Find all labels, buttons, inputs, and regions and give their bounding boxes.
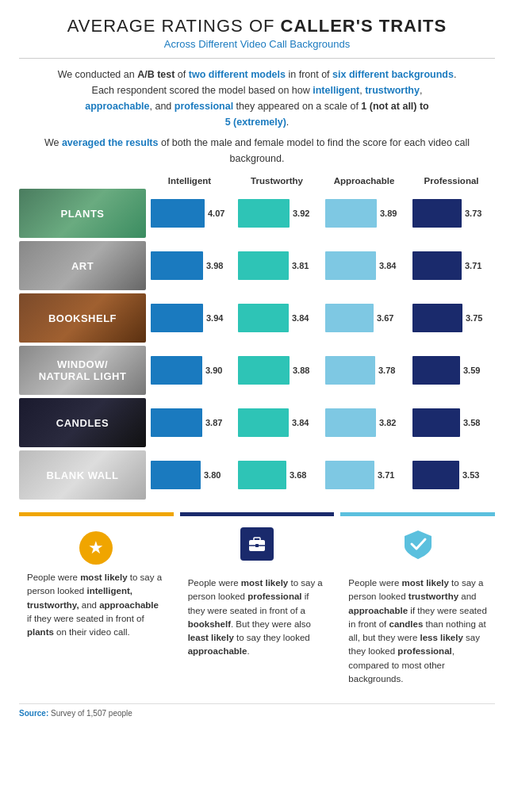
bar-value-professional-0: 3.73 <box>465 209 481 218</box>
bar-approachable-1 <box>325 251 376 280</box>
bar-approachable-3 <box>325 356 375 385</box>
svg-rect-3 <box>255 544 259 547</box>
card-candles: People were most likely to say a person … <box>340 512 495 695</box>
bar-group-trustworthy-5: 3.68 <box>233 450 320 500</box>
chart-section: Intelligent Trustworthy Approachable Pro… <box>19 176 495 500</box>
bar-trustworthy-1 <box>238 251 289 280</box>
bar-value-professional-4: 3.58 <box>463 418 480 427</box>
bar-professional-0 <box>412 199 462 228</box>
bar-group-approachable-5: 3.71 <box>320 450 408 500</box>
briefcase-icon <box>188 527 327 570</box>
chart-rows: PLANTS4.073.923.893.73ART3.983.813.843.7… <box>19 189 495 500</box>
bars-section-2: 3.943.843.673.75 <box>146 293 495 343</box>
bar-group-professional-5: 3.53 <box>408 450 495 500</box>
chart-row-bookshelf: BOOKSHELF3.943.843.673.75 <box>19 293 495 343</box>
bar-value-trustworthy-2: 3.84 <box>292 313 309 323</box>
bar-value-trustworthy-1: 3.81 <box>292 261 309 270</box>
chart-row-window-natural-light: WINDOW/ NATURAL LIGHT3.903.883.783.59 <box>19 346 495 395</box>
row-label-text-5: BLANK WALL <box>19 450 146 500</box>
header-approachable: Approachable <box>320 176 408 186</box>
bar-group-intelligent-0: 4.07 <box>146 189 233 238</box>
bar-value-approachable-0: 3.89 <box>380 209 397 218</box>
bar-group-approachable-1: 3.84 <box>320 241 408 290</box>
bar-trustworthy-4 <box>238 408 289 437</box>
bar-group-professional-4: 3.58 <box>408 398 495 447</box>
bar-group-intelligent-3: 3.90 <box>146 346 233 395</box>
bar-value-intelligent-0: 4.07 <box>208 209 224 218</box>
source-line: Source: Survey of 1,507 people <box>19 703 495 718</box>
bar-group-trustworthy-4: 3.84 <box>233 398 320 447</box>
row-label-text-4: CANDLES <box>19 398 146 447</box>
bars-section-0: 4.073.923.893.73 <box>146 189 495 238</box>
bar-value-intelligent-2: 3.94 <box>206 313 223 323</box>
bar-group-professional-0: 3.73 <box>408 189 495 238</box>
bar-value-professional-1: 3.71 <box>465 261 481 270</box>
row-label-text-0: PLANTS <box>19 189 146 238</box>
star-icon: ★ <box>27 527 166 565</box>
card-bookshelf: People were most likely to say a person … <box>180 512 335 695</box>
row-label-1: ART <box>19 241 146 290</box>
row-label-3: WINDOW/ NATURAL LIGHT <box>19 346 146 395</box>
bar-value-approachable-5: 3.71 <box>378 470 394 480</box>
bar-intelligent-1 <box>151 251 203 280</box>
bar-value-approachable-3: 3.78 <box>378 366 395 375</box>
bar-intelligent-5 <box>151 461 201 489</box>
bar-group-trustworthy-1: 3.81 <box>233 241 320 290</box>
bar-value-professional-3: 3.59 <box>463 366 480 375</box>
bar-group-professional-1: 3.71 <box>408 241 495 290</box>
bars-section-4: 3.873.843.823.58 <box>146 398 495 447</box>
bar-professional-2 <box>412 304 462 332</box>
bar-intelligent-2 <box>151 304 203 332</box>
bar-trustworthy-2 <box>238 304 289 332</box>
bar-group-approachable-0: 3.89 <box>320 189 408 238</box>
chart-row-plants: PLANTS4.073.923.893.73 <box>19 189 495 238</box>
divider-top <box>19 58 495 59</box>
main-title: AVERAGE RATINGS OF CALLER'S TRAITS <box>19 16 495 36</box>
card-plants: ★ People were most likely to say a perso… <box>19 512 174 695</box>
bar-value-professional-5: 3.53 <box>462 470 479 480</box>
bar-value-professional-2: 3.75 <box>466 313 482 323</box>
bar-professional-5 <box>412 461 459 489</box>
bar-group-trustworthy-3: 3.88 <box>233 346 320 395</box>
main-container: AVERAGE RATINGS OF CALLER'S TRAITS Acros… <box>0 0 514 730</box>
bar-value-approachable-1: 3.84 <box>379 261 396 270</box>
intro-text: We conducted an A/B test of two differen… <box>19 67 495 167</box>
bar-professional-1 <box>412 251 462 280</box>
chart-row-candles: CANDLES3.873.843.823.58 <box>19 398 495 447</box>
bar-approachable-4 <box>325 408 376 437</box>
bar-professional-4 <box>412 408 460 437</box>
bar-group-professional-3: 3.59 <box>408 346 495 395</box>
shield-icon <box>348 527 487 570</box>
bar-trustworthy-0 <box>238 199 290 228</box>
bar-group-approachable-3: 3.78 <box>320 346 408 395</box>
bar-group-professional-2: 3.75 <box>408 293 495 343</box>
svg-rect-1 <box>254 538 260 541</box>
bar-intelligent-3 <box>151 356 202 385</box>
source-text: Survey of 1,507 people <box>48 709 132 718</box>
subtitle: Across Different Video Call Backgrounds <box>19 38 495 50</box>
bar-intelligent-4 <box>151 408 202 437</box>
bar-group-intelligent-5: 3.80 <box>146 450 233 500</box>
title-bold: CALLER'S TRAITS <box>281 16 447 36</box>
bar-value-intelligent-4: 3.87 <box>205 418 222 427</box>
row-label-4: CANDLES <box>19 398 146 447</box>
chart-headers: Intelligent Trustworthy Approachable Pro… <box>146 176 495 186</box>
bar-professional-3 <box>412 356 460 385</box>
row-label-0: PLANTS <box>19 189 146 238</box>
bar-group-approachable-4: 3.82 <box>320 398 408 447</box>
bar-group-intelligent-4: 3.87 <box>146 398 233 447</box>
row-label-text-1: ART <box>19 241 146 290</box>
header-trustworthy: Trustworthy <box>233 176 320 186</box>
bar-value-approachable-2: 3.67 <box>377 313 393 323</box>
header-professional: Professional <box>408 176 495 186</box>
bar-intelligent-0 <box>151 199 205 228</box>
bar-group-intelligent-2: 3.94 <box>146 293 233 343</box>
title-prefix: AVERAGE RATINGS OF <box>67 16 281 36</box>
bar-value-intelligent-3: 3.90 <box>205 366 222 375</box>
source-label: Source: <box>19 709 48 718</box>
bars-section-5: 3.803.683.713.53 <box>146 450 495 500</box>
bar-value-trustworthy-5: 3.68 <box>290 470 306 480</box>
bar-value-approachable-4: 3.82 <box>379 418 396 427</box>
bar-value-trustworthy-0: 3.92 <box>293 209 309 218</box>
row-label-2: BOOKSHELF <box>19 293 146 343</box>
